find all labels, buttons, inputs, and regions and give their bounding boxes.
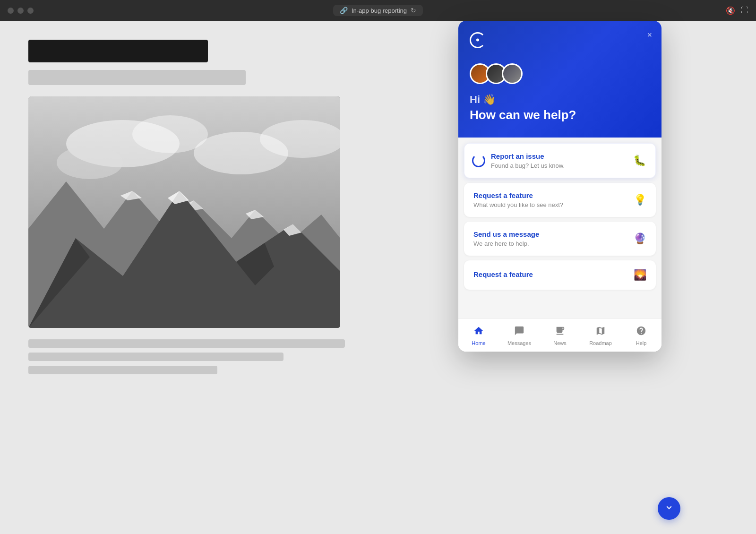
news-icon	[555, 326, 565, 338]
widget-card-request-feature[interactable]: Request a feature What would you like to…	[464, 183, 656, 217]
card-feature2-title: Request a feature	[473, 270, 533, 278]
chevron-down-icon	[664, 502, 674, 515]
widget-bottom-nav: Home Messages News	[458, 319, 662, 352]
avatar-3	[502, 63, 523, 84]
widget-header: × Hi 👋 How can we help?	[458, 21, 662, 138]
card-report-emoji: 🐛	[633, 155, 646, 167]
fullscreen-icon[interactable]: ⛶	[741, 6, 748, 15]
widget-logo-icon	[470, 32, 486, 48]
url-text: In-app bug reporting	[352, 7, 407, 14]
card-spinner	[472, 154, 485, 167]
nav-item-help[interactable]: Help	[621, 324, 662, 348]
nav-label-home: Home	[472, 340, 485, 346]
card-feature2-text: Request a feature	[473, 270, 533, 280]
widget-panel: × Hi 👋 How can we help? Report an issue …	[458, 21, 662, 352]
mute-icon[interactable]: 🔇	[726, 6, 735, 15]
main-area: × Hi 👋 How can we help? Report an issue …	[0, 21, 756, 534]
nav-label-help: Help	[636, 340, 647, 346]
card-report-text: Report an issue Found a bug? Let us know…	[491, 152, 565, 169]
titlebar-actions: 🔇 ⛶	[726, 6, 748, 15]
help-icon	[636, 326, 646, 338]
webpage-bar-1	[28, 339, 345, 348]
widget-card-request-feature-2[interactable]: Request a feature 🌄	[464, 260, 656, 290]
dot-minimize[interactable]	[17, 8, 24, 14]
widget-card-report-issue[interactable]: Report an issue Found a bug? Let us know…	[464, 143, 656, 178]
card-report-desc: Found a bug? Let us know.	[491, 162, 565, 169]
scroll-down-button[interactable]	[658, 497, 680, 520]
url-bar[interactable]: 🔗 In-app bug reporting ↻	[333, 5, 423, 16]
svg-point-4	[57, 146, 123, 179]
card-message-desc: We are here to help.	[473, 240, 539, 247]
home-icon	[473, 326, 484, 338]
webpage-bar-2	[28, 353, 284, 361]
webpage-title-bar	[28, 40, 208, 62]
card-feature-desc: What would you like to see next?	[473, 201, 563, 208]
window-controls	[8, 8, 34, 14]
widget-logo	[470, 32, 650, 48]
widget-avatars	[470, 63, 650, 84]
nav-label-news: News	[553, 340, 567, 346]
refresh-icon[interactable]: ↻	[411, 7, 416, 14]
nav-label-roadmap: Roadmap	[589, 340, 612, 346]
widget-body: Report an issue Found a bug? Let us know…	[458, 138, 662, 319]
nav-item-home[interactable]: Home	[458, 324, 499, 348]
nav-item-news[interactable]: News	[540, 324, 580, 348]
nav-item-roadmap[interactable]: Roadmap	[580, 324, 621, 348]
widget-close-button[interactable]: ×	[647, 30, 652, 40]
webpage-hero-image	[28, 96, 340, 328]
widget-title: How can we help?	[470, 108, 650, 122]
logo-dot	[476, 38, 479, 41]
nav-label-messages: Messages	[507, 340, 531, 346]
webpage-bar-3	[28, 366, 217, 374]
card-feature2-emoji: 🌄	[634, 269, 646, 281]
card-message-emoji: 🔮	[634, 233, 646, 245]
card-message-title: Send us a message	[473, 230, 539, 238]
dot-close[interactable]	[8, 8, 14, 14]
link-icon: 🔗	[340, 7, 348, 14]
card-feature-title: Request a feature	[473, 191, 563, 199]
messages-icon	[514, 326, 524, 338]
card-feature-emoji: 💡	[634, 194, 646, 206]
dot-maximize[interactable]	[27, 8, 34, 14]
roadmap-icon	[595, 326, 606, 338]
nav-item-messages[interactable]: Messages	[499, 324, 540, 348]
titlebar: 🔗 In-app bug reporting ↻ 🔇 ⛶	[0, 0, 756, 21]
card-message-text: Send us a message We are here to help.	[473, 230, 539, 247]
card-feature-text: Request a feature What would you like to…	[473, 191, 563, 208]
widget-greeting: Hi 👋	[470, 94, 650, 106]
widget-card-send-message[interactable]: Send us a message We are here to help. 🔮	[464, 222, 656, 256]
webpage-subtitle-bar	[28, 70, 246, 85]
card-report-title: Report an issue	[491, 152, 565, 160]
